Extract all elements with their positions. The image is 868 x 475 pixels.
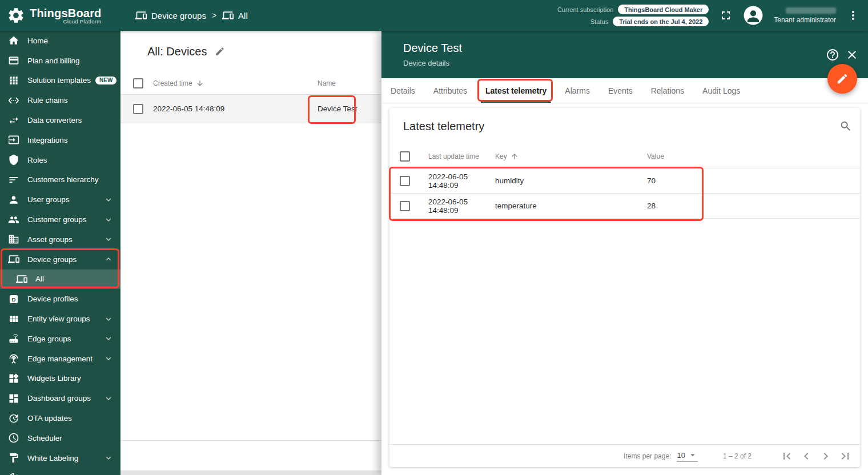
sidebar-item-entity-view-groups[interactable]: Entity view groups [0,309,120,329]
fullscreen-icon[interactable] [719,9,733,22]
column-key[interactable]: Key [495,152,647,160]
tab-audit-logs[interactable]: Audit Logs [693,78,749,103]
telemetry-key: temperature [495,202,647,210]
sidebar-item-edge-groups[interactable]: Edge groups [0,329,120,349]
sidebar-item-asset-groups[interactable]: Asset groups [0,230,120,249]
sort-desc-icon[interactable] [196,79,204,87]
view-module-icon [8,313,19,325]
search-icon[interactable] [839,120,852,132]
device-table-header: Created time Name [120,72,381,95]
device-group-icon [222,10,234,21]
chevron-down-icon [103,333,114,344]
subscription-chip[interactable]: ThingsBoard Cloud Maker [618,5,709,14]
sidebar-item-label: Edge groups [27,335,71,343]
sidebar-item-all[interactable]: All [0,269,120,289]
sidebar-item-label: Edge management [27,355,93,363]
people-icon [8,214,19,226]
telemetry-row-humidity[interactable]: 2022-06-05 14:48:09 humidity 70 [389,168,860,194]
sidebar-item-roles[interactable]: Roles [0,150,120,170]
chevron-down-icon [103,453,114,463]
sidebar-item-integrations[interactable]: Integrations [0,130,120,150]
avatar[interactable] [743,5,763,26]
sort-asc-icon[interactable] [511,152,519,160]
items-per-page-select[interactable]: 10 [677,450,697,462]
breadcrumb-all[interactable]: All [222,10,248,21]
sidebar-item-label: Plan and billing [27,57,80,65]
telemetry-value: 70 [647,176,860,185]
sidebar-item-dashboard-groups[interactable]: Dashboard groups [0,388,120,408]
chevron-down-icon [103,195,114,205]
thingsboard-logo[interactable]: ThingsBoard Cloud Platform [0,6,120,25]
details-title: Device Test [403,42,462,55]
last-page-icon[interactable] [838,449,852,463]
telemetry-empty-space [389,219,860,444]
column-name[interactable]: Name [318,79,381,87]
edit-fab[interactable] [827,64,857,94]
chevron-down-icon [103,393,114,404]
next-page-icon[interactable] [819,449,833,463]
chevron-up-icon [103,254,114,264]
sidebar-item-customer-groups[interactable]: Customer groups [0,210,120,230]
sort-icon [8,174,19,186]
format-paint-icon [8,452,19,464]
column-last-update-time[interactable]: Last update time [428,152,495,160]
sidebar-item-data-converters[interactable]: Data converters [0,110,120,130]
row-checkbox[interactable] [400,176,410,186]
tab-relations[interactable]: Relations [642,78,693,103]
tab-alarms[interactable]: Alarms [556,78,599,103]
breadcrumb-label: All [238,11,248,21]
sidebar-item-device-profiles[interactable]: DDevice profiles [0,289,120,309]
sidebar-item-customers-hierarchy[interactable]: Customers hierarchy [0,170,120,190]
device-table-footer [120,440,381,470]
tab-details[interactable]: Details [381,78,424,103]
sidebar-item-plan-and-billing[interactable]: Plan and billing [0,51,120,71]
more-menu-icon[interactable] [846,9,860,22]
sidebar-item-label: Roles [27,156,47,164]
select-all-checkbox[interactable] [400,151,410,162]
telemetry-row-temperature[interactable]: 2022-06-05 14:48:09 temperature 28 [389,194,860,219]
row-checkbox[interactable] [400,201,410,211]
sidebar-item-home[interactable]: Home [0,31,120,51]
device-group-icon [135,10,147,21]
row-checkbox[interactable] [133,104,143,114]
select-all-checkbox[interactable] [133,78,143,88]
sidebar-item-label: Scheduler [27,434,62,442]
close-icon[interactable] [845,48,859,62]
tab-latest-telemetry[interactable]: Latest telemetry [476,78,556,103]
sidebar-item-rule-chains[interactable]: Rule chains [0,90,120,110]
telemetry-paginator: Items per page: 10 1 – 2 of 2 [389,444,860,467]
sidebar-item-white-labeling[interactable]: White Labeling [0,448,120,468]
thingsboard-logo-icon [7,6,25,25]
sidebar-item-edge-management[interactable]: Edge management [0,349,120,369]
sidebar-item-scheduler[interactable]: Scheduler [0,428,120,448]
column-created-time[interactable]: Created time [153,79,318,87]
tab-events[interactable]: Events [599,78,642,103]
chevron-down-icon [103,353,114,364]
sidebar-item-widgets-library[interactable]: Widgets Library [0,369,120,389]
details-header-actions [826,48,859,62]
sidebar-item-user-groups[interactable]: User groups [0,190,120,210]
trial-status-chip[interactable]: Trial ends on the Jul 4, 2022 [613,17,709,26]
sidebar-item-device-groups[interactable]: Device groups [0,249,120,269]
sidebar-item-label: Data converters [27,116,82,124]
page-title: All: Devices [147,45,207,58]
device-list-panel: All: Devices Created time Name 2022-06-0… [120,31,381,470]
tab-attributes[interactable]: Attributes [424,78,476,103]
chevron-down-icon [103,234,114,244]
sidebar: HomePlan and billingSolution templatesNE… [0,31,120,475]
subscription-status: Current subscription ThingsBoard Cloud M… [557,5,709,26]
sidebar-item-audit-logs[interactable]: Audit Logs [0,468,120,475]
breadcrumb-device-groups[interactable]: Device groups [135,10,206,21]
items-per-page-label: Items per page: [624,452,671,460]
previous-page-icon[interactable] [799,449,813,463]
status-label: Status [590,18,608,25]
device-row[interactable]: 2022-06-05 14:48:09 Device Test [120,95,381,123]
edit-title-icon[interactable] [215,46,225,57]
column-value[interactable]: Value [647,152,860,160]
first-page-icon[interactable] [780,449,794,463]
sidebar-item-ota-updates[interactable]: OTA updates [0,408,120,428]
sidebar-item-solution-templates[interactable]: Solution templatesNEW [0,71,120,91]
new-badge: NEW [95,77,116,84]
help-icon[interactable] [826,48,839,62]
schedule-icon [8,432,19,444]
